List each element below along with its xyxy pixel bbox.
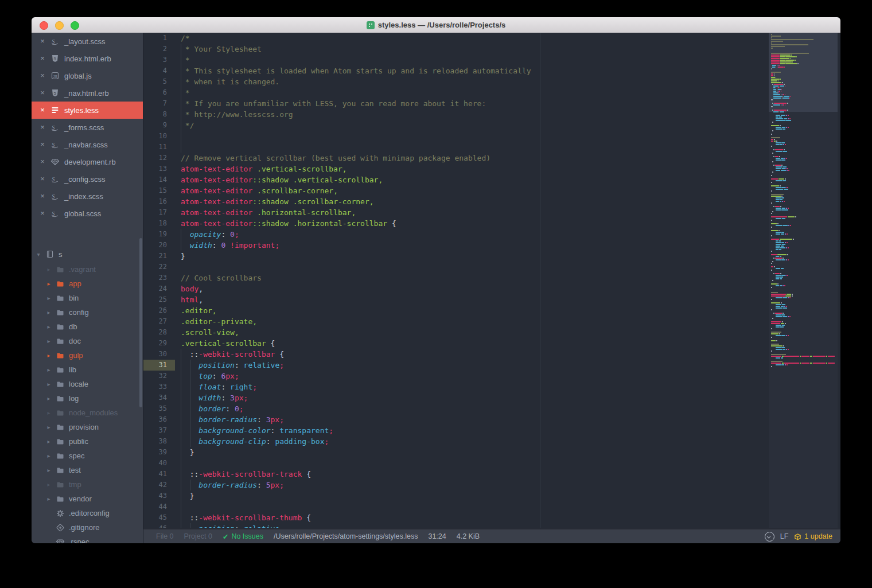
code-line[interactable] — [175, 142, 769, 153]
line-number[interactable]: 43 — [143, 490, 175, 501]
line-number[interactable]: 38 — [143, 436, 175, 447]
code-line[interactable]: * — [175, 87, 769, 98]
close-file-icon[interactable]: × — [39, 38, 46, 45]
tree-folder-doc[interactable]: ▸doc — [32, 334, 143, 348]
tree-folder-bin[interactable]: ▸bin — [32, 291, 143, 305]
line-number[interactable]: 29 — [143, 338, 175, 349]
status-line-ending[interactable]: LF — [780, 532, 789, 540]
tree-file-.editorconfig[interactable]: .editorconfig — [32, 506, 143, 520]
close-file-icon[interactable]: × — [39, 55, 46, 62]
code-line[interactable]: } — [175, 447, 769, 458]
line-number[interactable]: 32 — [143, 371, 175, 381]
tree-folder-public[interactable]: ▸public — [32, 434, 143, 449]
close-file-icon[interactable]: × — [39, 107, 46, 114]
code-line[interactable] — [175, 262, 769, 272]
chevron-right-icon[interactable]: ▸ — [46, 467, 52, 473]
chevron-right-icon[interactable]: ▸ — [46, 324, 52, 330]
chevron-right-icon[interactable]: ▸ — [46, 281, 52, 287]
chevron-down-icon[interactable]: ▾ — [36, 251, 41, 258]
code-line[interactable]: atom-text-editor .horizontal-scrollbar, — [175, 207, 769, 218]
line-number[interactable]: 28 — [143, 327, 175, 338]
tree-folder-app[interactable]: ▸app — [32, 277, 143, 291]
tree-scrollbar-thumb[interactable] — [139, 238, 142, 407]
chevron-right-icon[interactable]: ▸ — [46, 367, 52, 373]
code-line[interactable]: * This stylesheet is loaded when Atom st… — [175, 65, 769, 76]
tree-folder-locale[interactable]: ▸locale — [32, 377, 143, 391]
close-file-icon[interactable]: × — [39, 176, 46, 182]
chevron-right-icon[interactable]: ▸ — [46, 395, 52, 402]
code-line[interactable]: .vertical-scrollbar { — [175, 338, 769, 349]
open-file-item[interactable]: ×styles.less — [32, 102, 143, 119]
line-number[interactable]: 45 — [143, 512, 175, 523]
line-number[interactable]: 26 — [143, 305, 175, 316]
code-line[interactable]: background-color: transparent; — [175, 425, 769, 436]
chevron-right-icon[interactable]: ▸ — [46, 453, 52, 459]
chevron-right-icon[interactable]: ▸ — [46, 481, 52, 488]
line-number[interactable]: 8 — [143, 109, 175, 120]
code-line[interactable]: * — [175, 54, 769, 65]
line-number[interactable]: 37 — [143, 425, 175, 436]
line-number[interactable]: 25 — [143, 294, 175, 305]
tree-folder-.vagrant[interactable]: ▸.vagrant — [32, 262, 143, 277]
line-number[interactable]: 24 — [143, 283, 175, 294]
chevron-right-icon[interactable]: ▸ — [46, 381, 52, 387]
line-number[interactable]: 5 — [143, 76, 175, 87]
status-package-updates[interactable]: 1 update — [794, 532, 832, 540]
close-file-icon[interactable]: × — [39, 89, 46, 96]
close-file-icon[interactable]: × — [39, 72, 46, 79]
open-file-item[interactable]: ×S_forms.scss — [32, 119, 143, 136]
line-number[interactable]: 31 — [143, 360, 175, 371]
code-line[interactable]: * http://www.lesscss.org — [175, 109, 769, 120]
line-number[interactable]: 9 — [143, 120, 175, 131]
open-file-item[interactable]: ×Sglobal.scss — [32, 205, 143, 222]
code-line[interactable]: /* — [175, 33, 769, 44]
tree-folder-config[interactable]: ▸config — [32, 305, 143, 320]
tree-folder-gulp[interactable]: ▸gulp — [32, 348, 143, 363]
text-editor[interactable]: 1234567891011121314151617181920212223242… — [143, 33, 840, 528]
line-number[interactable]: 7 — [143, 98, 175, 109]
line-number[interactable]: 16 — [143, 196, 175, 207]
line-number[interactable]: 30 — [143, 349, 175, 360]
line-number[interactable]: 17 — [143, 207, 175, 218]
code-line[interactable]: */ — [175, 120, 769, 131]
line-number[interactable]: 3 — [143, 54, 175, 65]
code-line[interactable]: border-radius: 5px; — [175, 480, 769, 490]
code-line[interactable]: atom-text-editor::shadow .vertical-scrol… — [175, 174, 769, 185]
line-number[interactable]: 18 — [143, 218, 175, 229]
line-number[interactable]: 6 — [143, 87, 175, 98]
line-number[interactable]: 40 — [143, 458, 175, 469]
tree-folder-log[interactable]: ▸log — [32, 391, 143, 406]
close-file-icon[interactable]: × — [39, 141, 46, 148]
code-line[interactable]: body, — [175, 283, 769, 294]
open-file-item[interactable]: ×5index.html.erb — [32, 50, 143, 67]
open-file-item[interactable]: ×S_index.scss — [32, 188, 143, 205]
line-number[interactable]: 34 — [143, 392, 175, 403]
code-line[interactable]: width: 3px; — [175, 392, 769, 403]
line-number[interactable]: 33 — [143, 381, 175, 392]
code-line[interactable] — [175, 501, 769, 512]
chevron-right-icon[interactable]: ▸ — [46, 496, 52, 502]
code-line[interactable]: * If you are unfamiliar with LESS, you c… — [175, 98, 769, 109]
code-line[interactable]: atom-text-editor::shadow .scrollbar-corn… — [175, 196, 769, 207]
code-line[interactable]: html, — [175, 294, 769, 305]
code-line[interactable]: atom-text-editor .scrollbar-corner, — [175, 185, 769, 196]
status-linter[interactable]: ✔No Issues — [223, 532, 263, 541]
chevron-right-icon[interactable]: ▸ — [46, 338, 52, 344]
code-line[interactable]: position: relative; — [175, 523, 769, 528]
code-line[interactable]: .editor--private, — [175, 316, 769, 327]
code-line[interactable]: float: right; — [175, 381, 769, 392]
code-line[interactable]: border-radius: 3px; — [175, 414, 769, 425]
line-number[interactable]: 12 — [143, 153, 175, 163]
tree-folder-test[interactable]: ▸test — [32, 463, 143, 477]
tree-folder-provision[interactable]: ▸provision — [32, 420, 143, 434]
close-file-icon[interactable]: × — [39, 124, 46, 131]
line-number[interactable]: 44 — [143, 501, 175, 512]
line-number[interactable]: 20 — [143, 240, 175, 251]
chevron-right-icon[interactable]: ▸ — [46, 295, 52, 301]
code-line[interactable]: ::-webkit-scrollbar-track { — [175, 469, 769, 480]
code-line[interactable]: } — [175, 251, 769, 262]
code-line[interactable]: // Remove vertical scrollbar (best used … — [175, 153, 769, 163]
code-line[interactable] — [175, 458, 769, 469]
open-file-item[interactable]: ×S_config.scss — [32, 170, 143, 188]
minimap[interactable] — [769, 33, 838, 528]
